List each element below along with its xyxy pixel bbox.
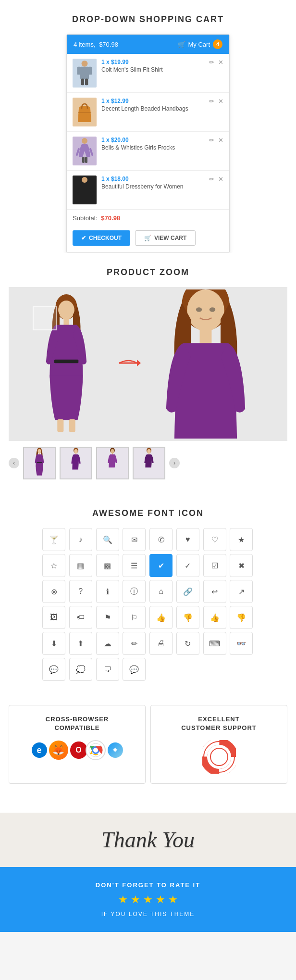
thumbnail-4[interactable] <box>133 447 165 479</box>
checkout-button[interactable]: ✔ CHECKOUT <box>73 230 130 246</box>
svg-rect-4 <box>81 78 84 85</box>
icon-thumbs-up-alt[interactable]: 👍 <box>203 606 226 629</box>
svg-line-9 <box>90 149 92 155</box>
zoom-lens[interactable] <box>33 306 57 330</box>
edit-item-icon[interactable]: ✏ <box>209 176 214 183</box>
icon-star-outline[interactable]: ☆ <box>42 554 65 577</box>
cart-badge: 4 <box>213 39 222 49</box>
view-cart-button[interactable]: 🛒 VIEW CART <box>135 230 196 246</box>
feature-support: EXCELLENTCUSTOMER SUPPORT <box>150 705 287 784</box>
icon-download[interactable]: ⬇ <box>42 632 65 655</box>
thumbnail-strip: ‹ <box>9 447 287 479</box>
icon-flag-outline[interactable]: ⚐ <box>123 606 146 629</box>
icon-info-circle[interactable]: ℹ <box>96 580 119 603</box>
icon-check-box[interactable]: ☑ <box>203 554 226 577</box>
checkout-icon: ✔ <box>81 235 86 241</box>
zoom-main-image[interactable] <box>9 287 124 441</box>
my-cart-label[interactable]: 🛒 My Cart 4 <box>178 39 223 49</box>
icon-share[interactable]: ↗ <box>230 580 253 603</box>
icon-image[interactable]: 🖼 <box>42 606 65 629</box>
icon-music[interactable]: ♪ <box>69 528 92 551</box>
footer-section: DON'T FORGET TO RATE IT ★ ★ ★ ★ ★ IF YOU… <box>0 867 296 932</box>
icon-tag[interactable]: 🏷 <box>69 606 92 629</box>
zoom-arrow <box>117 356 141 372</box>
cart-section: DROP-DOWN SHOPPING CART 4 items, $70.98 … <box>0 0 296 253</box>
icon-grid-9[interactable]: ▩ <box>96 554 119 577</box>
firefox-icon: 🦊 <box>49 741 68 760</box>
icon-glasses[interactable]: 👓 <box>230 632 253 655</box>
svg-point-39 <box>147 449 150 453</box>
icon-envelope[interactable]: ✉ <box>123 528 146 551</box>
icon-times-circle[interactable]: ⊗ <box>42 580 65 603</box>
icon-heart-filled[interactable]: ♥ <box>176 528 199 551</box>
star-1: ★ <box>118 893 128 906</box>
browser-icons: e 🦊 O <box>16 740 138 760</box>
icon-email[interactable]: ✆ <box>149 528 173 551</box>
icon-search[interactable]: 🔍 <box>96 528 119 551</box>
svg-point-33 <box>74 449 77 453</box>
icon-reply[interactable]: ↩ <box>203 580 226 603</box>
remove-item-icon[interactable]: ✕ <box>218 176 223 183</box>
icon-thumbs-up[interactable]: 👍 <box>149 606 173 629</box>
icon-flag[interactable]: ⚑ <box>96 606 119 629</box>
svg-point-24 <box>187 289 224 331</box>
edit-item-icon[interactable]: ✏ <box>209 98 214 105</box>
icon-section: AWESOME FONT ICON 🍸 ♪ 🔍 ✉ ✆ ♥ ♡ ★ ☆ ▦ ▩ … <box>0 494 296 695</box>
icon-print[interactable]: 🖨 <box>149 632 173 655</box>
svg-point-26 <box>210 307 215 312</box>
thumbnail-2[interactable] <box>60 447 92 479</box>
cart-item: 1 x $19.99 Colt Men's Slim Fit Shirt ✏ ✕ <box>67 54 229 93</box>
star-3: ★ <box>143 893 153 906</box>
icon-grid-4[interactable]: ▦ <box>69 554 92 577</box>
svg-point-25 <box>196 307 202 312</box>
svg-marker-22 <box>137 360 141 366</box>
cart-item-count: 4 items, $70.98 <box>74 41 118 48</box>
icon-heart-outline[interactable]: ♡ <box>203 528 226 551</box>
icon-star-filled[interactable]: ★ <box>230 528 253 551</box>
svg-point-7 <box>82 138 87 144</box>
icon-comment2[interactable]: 💬 <box>123 658 146 681</box>
cart-item-price: 1 x $20.00 <box>101 137 204 143</box>
icon-thumbs-down-alt[interactable]: 👎 <box>230 606 253 629</box>
support-icon-wrapper <box>158 740 280 774</box>
cart-item-name: Beautiful Dressberry for Women <box>101 183 204 190</box>
icon-chat[interactable]: 💬 <box>42 658 65 681</box>
icon-link[interactable]: 🔗 <box>176 580 199 603</box>
next-thumbnail-button[interactable]: › <box>169 458 180 468</box>
prev-thumbnail-button[interactable]: ‹ <box>9 458 19 468</box>
zoom-container: ‹ <box>9 287 287 479</box>
footer-stars: ★ ★ ★ ★ ★ <box>10 893 286 906</box>
icon-cocktail[interactable]: 🍸 <box>42 528 65 551</box>
remove-item-icon[interactable]: ✕ <box>218 98 223 105</box>
svg-rect-18 <box>54 360 79 363</box>
edit-item-icon[interactable]: ✏ <box>209 59 214 66</box>
safari-icon: ✦ <box>108 742 123 758</box>
icon-check-active[interactable]: ✔ <box>149 554 173 577</box>
remove-item-icon[interactable]: ✕ <box>218 137 223 144</box>
cart-subtotal: Subtotal: $70.98 <box>67 210 229 226</box>
svg-point-12 <box>82 177 87 183</box>
icon-list[interactable]: ☰ <box>123 554 146 577</box>
icon-upload[interactable]: ⬆ <box>69 632 92 655</box>
icon-comment[interactable]: 🗨 <box>96 658 119 681</box>
icon-edit[interactable]: ✏ <box>123 632 146 655</box>
thumbnail-1[interactable] <box>23 447 56 479</box>
edit-item-icon[interactable]: ✏ <box>209 137 214 144</box>
icon-thumbs-down[interactable]: 👎 <box>176 606 199 629</box>
icon-cloud[interactable]: ☁ <box>96 632 119 655</box>
icon-question[interactable]: ? <box>69 580 92 603</box>
svg-line-8 <box>77 149 79 155</box>
cart-item-actions: ✏ ✕ <box>209 176 223 183</box>
icon-keyboard[interactable]: ⌨ <box>203 632 226 655</box>
icon-times[interactable]: ✖ <box>230 554 253 577</box>
icon-chat2[interactable]: 💭 <box>69 658 92 681</box>
icon-home[interactable]: ⌂ <box>149 580 173 603</box>
cart-item-name: Colt Men's Slim Fit Shirt <box>101 66 204 73</box>
thumbnail-3[interactable] <box>96 447 129 479</box>
icon-info[interactable]: ⓘ <box>123 580 146 603</box>
icon-refresh[interactable]: ↻ <box>176 632 199 655</box>
footer-sub-text: IF YOU LOVE THIS THEME <box>10 911 286 917</box>
remove-item-icon[interactable]: ✕ <box>218 59 223 66</box>
icon-check-circle[interactable]: ✓ <box>176 554 199 577</box>
cart-item-price: 1 x $12.99 <box>101 98 204 104</box>
